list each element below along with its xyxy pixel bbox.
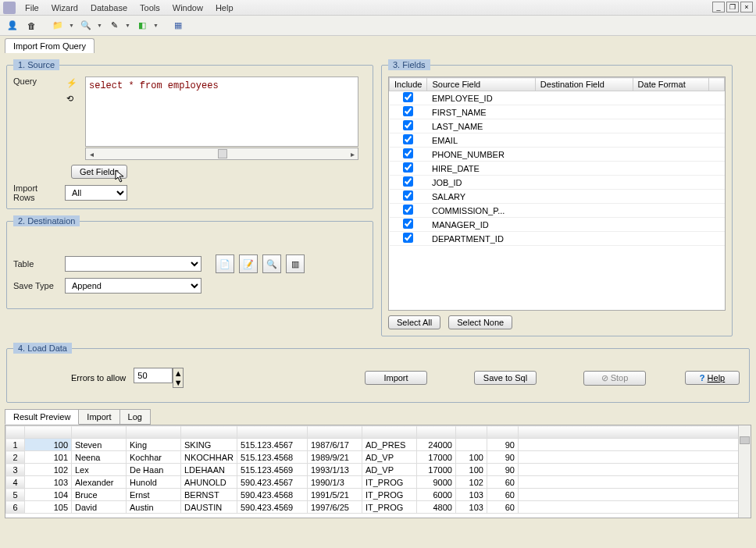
scroll-thumb[interactable] xyxy=(740,436,750,444)
tool-grid-icon[interactable]: ▦ xyxy=(170,18,186,34)
include-checkbox[interactable] xyxy=(403,190,413,201)
field-row[interactable]: PHONE_NUMBER xyxy=(390,148,725,162)
grid-cell[interactable]: Hunold xyxy=(127,476,181,489)
dropdown-icon[interactable]: ▼ xyxy=(69,23,75,28)
spin-down-icon[interactable]: ▼ xyxy=(173,378,183,387)
grid-cell[interactable]: IT_PROG xyxy=(362,476,416,489)
grid-cell[interactable]: 590.423.4569 xyxy=(237,501,307,514)
grid-cell[interactable]: 1991/5/21 xyxy=(307,489,362,501)
new-table-icon[interactable]: 📄 xyxy=(216,254,234,273)
tool-green-icon[interactable]: ◧ xyxy=(134,18,150,34)
grid-cell[interactable]: 17000 xyxy=(416,464,455,476)
include-checkbox[interactable] xyxy=(403,92,413,102)
scroll-thumb[interactable] xyxy=(218,149,227,158)
errors-input[interactable] xyxy=(134,368,173,383)
grid-cell[interactable]: 90 xyxy=(487,451,518,464)
view-table-icon[interactable]: 🔍 xyxy=(262,254,281,273)
field-row[interactable]: MANAGER_ID xyxy=(390,218,725,232)
grid-row[interactable]: 4103AlexanderHunoldAHUNOLD590.423.456719… xyxy=(6,476,751,489)
spin-up-icon[interactable]: ▲ xyxy=(173,368,183,378)
grid-cell[interactable]: 590.423.4567 xyxy=(237,476,307,489)
grid-cell[interactable]: 9000 xyxy=(416,476,455,489)
menu-help[interactable]: Help xyxy=(209,2,240,14)
grid-cell[interactable]: 100 xyxy=(455,464,487,476)
grid-cell[interactable]: 4800 xyxy=(416,501,455,514)
columns-icon[interactable]: ▥ xyxy=(286,254,305,273)
grid-cell[interactable]: 103 xyxy=(455,501,487,514)
grid-cell[interactable]: AD_VP xyxy=(362,464,416,476)
select-none-button[interactable]: Select None xyxy=(448,315,512,329)
grid-cell[interactable]: AD_VP xyxy=(362,451,416,464)
restore-button[interactable]: ❐ xyxy=(726,2,739,12)
grid-cell[interactable]: 103 xyxy=(455,489,487,501)
tool-folder-icon[interactable]: 📁 xyxy=(50,18,66,34)
save-to-sql-button[interactable]: Save to Sql xyxy=(474,371,537,385)
grid-cell[interactable]: Ernst xyxy=(127,489,181,501)
grid-cell[interactable]: NKOCHHAR xyxy=(181,451,237,464)
grid-cell[interactable]: 17000 xyxy=(416,451,455,464)
grid-row[interactable]: 3102LexDe HaanLDEHAAN515.123.45691993/1/… xyxy=(6,464,751,476)
scroll-left-icon[interactable]: ◂ xyxy=(86,148,97,159)
grid-cell[interactable]: 1989/9/21 xyxy=(307,451,362,464)
grid-cell[interactable]: David xyxy=(72,501,127,514)
grid-row[interactable]: 1100StevenKingSKING515.123.45671987/6/17… xyxy=(6,439,751,451)
field-row[interactable]: LAST_NAME xyxy=(390,119,725,133)
grid-cell[interactable]: Steven xyxy=(72,439,127,451)
grid-cell[interactable]: Kochhar xyxy=(127,451,181,464)
grid-cell[interactable]: 103 xyxy=(25,476,72,489)
col-destination-field[interactable]: Destination Field xyxy=(535,78,633,91)
grid-cell[interactable]: 90 xyxy=(487,464,518,476)
grid-row[interactable]: 6105DavidAustinDAUSTIN590.423.45691997/6… xyxy=(6,501,751,514)
tool-wand-icon[interactable]: ✎ xyxy=(106,18,122,34)
field-row[interactable]: HIRE_DATE xyxy=(390,162,725,176)
grid-cell[interactable]: SKING xyxy=(181,439,237,451)
menu-database[interactable]: Database xyxy=(84,2,134,14)
stop-button[interactable]: ⊘ Stop xyxy=(583,371,646,386)
grid-cell[interactable]: Austin xyxy=(127,501,181,514)
close-button[interactable]: × xyxy=(740,2,753,12)
grid-cell[interactable]: 515.123.4569 xyxy=(237,464,307,476)
tab-import[interactable]: Import xyxy=(78,409,119,425)
field-row[interactable]: JOB_ID xyxy=(390,176,725,190)
minimize-button[interactable]: _ xyxy=(712,2,725,12)
field-row[interactable]: COMMISSION_P... xyxy=(390,204,725,218)
vscrollbar[interactable] xyxy=(738,425,751,518)
hscrollbar[interactable]: ◂ ▸ xyxy=(85,148,358,160)
grid-cell[interactable]: 515.123.4567 xyxy=(237,439,307,451)
dropdown-icon[interactable]: ▼ xyxy=(125,23,131,28)
grid-cell[interactable]: 60 xyxy=(487,489,518,501)
grid-cell[interactable]: 1997/6/25 xyxy=(307,501,362,514)
result-grid[interactable]: 1100StevenKingSKING515.123.45671987/6/17… xyxy=(5,425,751,518)
grid-cell[interactable]: Neena xyxy=(72,451,127,464)
include-checkbox[interactable] xyxy=(403,120,413,130)
scroll-right-icon[interactable]: ▸ xyxy=(347,148,358,159)
col-date-format[interactable]: Date Format xyxy=(633,78,708,91)
field-row[interactable]: EMPLOYEE_ID xyxy=(390,91,725,105)
grid-cell[interactable]: 102 xyxy=(25,464,72,476)
grid-cell[interactable]: 90 xyxy=(487,439,518,451)
help-button[interactable]: ? Help xyxy=(685,371,740,385)
include-checkbox[interactable] xyxy=(403,134,413,144)
col-include[interactable]: Include xyxy=(390,78,427,91)
grid-row[interactable]: 5104BruceErnstBERNST590.423.45681991/5/2… xyxy=(6,489,751,501)
grid-cell[interactable]: 590.423.4568 xyxy=(237,489,307,501)
save-type-select[interactable]: Append xyxy=(65,278,201,294)
grid-cell[interactable]: 6000 xyxy=(416,489,455,501)
grid-cell[interactable]: 100 xyxy=(455,451,487,464)
grid-cell[interactable]: 60 xyxy=(487,476,518,489)
select-all-button[interactable]: Select All xyxy=(388,315,440,329)
grid-cell[interactable]: 102 xyxy=(455,476,487,489)
menu-wizard[interactable]: Wizard xyxy=(45,2,84,14)
grid-cell[interactable]: AHUNOLD xyxy=(181,476,237,489)
grid-cell[interactable]: IT_PROG xyxy=(362,489,416,501)
field-row[interactable]: SALARY xyxy=(390,190,725,204)
lightning-icon[interactable]: ⚡ xyxy=(66,78,79,91)
query-textarea[interactable]: select * from employees xyxy=(85,77,358,147)
dropdown-icon[interactable]: ▼ xyxy=(153,23,159,28)
grid-cell[interactable] xyxy=(455,439,487,451)
import-rows-select[interactable]: All xyxy=(65,185,127,201)
grid-cell[interactable]: Lex xyxy=(72,464,127,476)
tool-delete-icon[interactable]: 🗑 xyxy=(23,18,39,34)
edit-table-icon[interactable]: 📝 xyxy=(239,254,258,273)
tab-import-from-query[interactable]: Import From Query xyxy=(5,38,94,53)
